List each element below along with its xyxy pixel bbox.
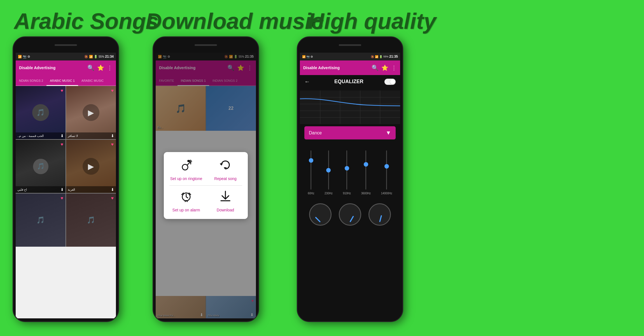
phone1-speaker [55, 44, 77, 46]
eq-toggle-dot [390, 79, 395, 84]
phone2-popup-grid: Set up on ringtone Repeat song [169, 159, 242, 181]
phone1-song-card-5[interactable]: 🎵 ♥ [16, 193, 66, 247]
eq-slider-dot-1 [309, 158, 313, 163]
phone3: 📶 📷 ⚙ 🔕 📶 🔋 55% 21:35 Disable Advertisin… [297, 36, 403, 322]
eq-slider-track-3 [346, 150, 347, 190]
svg-line-1 [187, 162, 191, 165]
phone3-appbar-title: Disable Advertising [303, 66, 369, 70]
eq-header: ← EQUALIZER [300, 75, 400, 88]
phone1-tabs: NDIAN SONGS 2 ARABIC MUSIC 1 ARABIC MUSI… [16, 76, 116, 86]
phone2-screen: 📶 📷 ⚙ 🔕 📶 🔋 55% 21:35 Disable Advertisin… [156, 53, 256, 318]
eq-knob-1[interactable] [309, 203, 332, 226]
eq-knob-2-indicator [349, 216, 354, 222]
phone1-song-title-1: الحب قسمة - من م.. [17, 134, 44, 138]
phone3-signal-icon: 📶 [375, 55, 378, 58]
eq-slider-track-2 [328, 150, 329, 190]
eq-slider-3600hz[interactable]: 3600Hz [361, 150, 371, 195]
eq-preset-selector[interactable]: Dance ▼ [304, 126, 396, 139]
phone1-appbar: Disable Advertising 🔍 ⭐ ⋮ [16, 60, 116, 75]
phone1-screen: 📶 📷 ⚙ 🔕 📶 🔋 55% 21:34 Disable Advertisin… [16, 53, 116, 318]
phone1-heart-6[interactable]: ♥ [111, 196, 114, 200]
phone1-battery-text: 55% [99, 55, 104, 58]
phone3-battery-text: 55% [383, 55, 388, 58]
popup-repeat-item[interactable]: Repeat song [209, 159, 242, 181]
wifi-icon: 📷 [23, 55, 27, 59]
eq-knobs-container [300, 198, 400, 231]
eq-back-button[interactable]: ← [304, 78, 310, 85]
eq-slider-910hz[interactable]: 910Hz [343, 150, 351, 195]
phone1-song-title-3: اح قلبي [17, 188, 27, 192]
popup-download-item[interactable]: Download [209, 190, 242, 212]
phone3-menu-icon[interactable]: ⋮ [391, 64, 397, 71]
eq-slider-60hz[interactable]: 60Hz [308, 150, 314, 195]
phone1-time: 21:34 [105, 55, 114, 59]
eq-slider-14000hz[interactable]: 14000Hz [381, 150, 392, 195]
eq-curve-svg [300, 90, 400, 124]
eq-preset-label: Dance [309, 130, 322, 136]
ringtone-icon [180, 159, 192, 174]
phone1-song-overlay-2: لا تسافر ⬇ [66, 132, 116, 139]
eq-knob-3-indicator [379, 215, 382, 222]
eq-slider-track-5 [386, 150, 387, 190]
phone1-song-title-4: الغربة [68, 188, 75, 192]
repeat-icon [219, 159, 232, 174]
phone1-star-icon[interactable]: ⭐ [97, 64, 104, 71]
phone1-heart-1[interactable]: ♥ [61, 88, 64, 93]
phone3-search-icon[interactable]: 🔍 [372, 64, 379, 71]
eq-knob-2[interactable] [339, 203, 361, 226]
eq-sliders-container: 60Hz 230Hz 910Hz 3600Hz [300, 142, 400, 198]
phone1-song-card-6[interactable]: 🎵 ♥ [66, 193, 116, 247]
svg-point-4 [187, 160, 190, 162]
popup-alarm-label: Set up on alarm [172, 208, 200, 212]
eq-chart [300, 90, 400, 124]
popup-ringtone-label: Set up on ringtone [170, 176, 202, 181]
svg-line-7 [186, 197, 188, 198]
phone1-menu-icon[interactable]: ⋮ [107, 64, 113, 71]
popup-alarm-item[interactable]: Set up on alarm [169, 190, 203, 212]
phone1-search-icon[interactable]: 🔍 [87, 64, 94, 71]
popup-divider [169, 185, 242, 186]
phone1-song-card-2[interactable]: ▶ ♥ لا تسافر ⬇ [66, 86, 116, 139]
phone3-speaker [339, 44, 361, 46]
eq-slider-230hz[interactable]: 230Hz [325, 150, 333, 195]
eq-title: EQUALIZER [313, 79, 384, 85]
eq-freq-label-4: 3600Hz [361, 192, 371, 195]
phone1-top-bar [13, 37, 118, 53]
phone1-song-overlay-4: الغربة ⬇ [66, 186, 116, 193]
popup-ringtone-item[interactable]: Set up on ringtone [169, 159, 203, 181]
eq-knob-3[interactable] [368, 203, 391, 226]
eq-preset-arrow-icon: ▼ [386, 130, 391, 136]
phone1-tab-arabic2[interactable]: ARABIC MUSIC [78, 76, 107, 85]
phone3-mute-icon: 🔕 [371, 55, 374, 58]
phone3-battery-icon: 🔋 [379, 55, 382, 58]
phone3-top-bar [298, 37, 402, 53]
phone1-right-icons: 🔕 📶 🔋 55% 21:34 [84, 55, 114, 59]
phone2-popup-grid-2: Set up on alarm Download [169, 190, 242, 212]
phone1-download-1[interactable]: ⬇ [60, 134, 64, 138]
phone1-song-card-3[interactable]: 🎵 ♥ اح قلبي ⬇ [16, 140, 66, 193]
eq-freq-label-5: 14000Hz [381, 192, 392, 195]
phone3-time: 21:35 [389, 55, 398, 59]
phone1-download-2[interactable]: ⬇ [111, 134, 114, 138]
phone1-download-3[interactable]: ⬇ [60, 187, 64, 192]
download-icon [219, 190, 232, 205]
phone1-tab-arabic1[interactable]: ARABIC MUSIC 1 [46, 76, 78, 86]
phone1-song-card-1[interactable]: 🎵 ♥ الحب قسمة - من م.. ⬇ [16, 86, 66, 139]
phone1-tab-songs2[interactable]: NDIAN SONGS 2 [16, 76, 46, 85]
phone3-screen: 📶 📷 ⚙ 🔕 📶 🔋 55% 21:35 Disable Advertisin… [300, 53, 400, 322]
phone1-status-bar: 📶 📷 ⚙ 🔕 📶 🔋 55% 21:34 [16, 53, 116, 60]
phone3-star-icon[interactable]: ⭐ [381, 64, 388, 71]
phone1-appbar-title: Disable Advertising [19, 66, 85, 70]
eq-freq-label-3: 910Hz [343, 192, 351, 195]
phone1-heart-3[interactable]: ♥ [61, 142, 64, 147]
phone1-heart-5[interactable]: ♥ [61, 196, 64, 200]
svg-point-0 [182, 164, 188, 170]
phone2-top-bar [153, 37, 258, 53]
eq-toggle[interactable] [384, 79, 396, 85]
phone1-heart-2[interactable]: ♥ [111, 88, 114, 93]
phone3-status-bar: 📶 📷 ⚙ 🔕 📶 🔋 55% 21:35 [300, 53, 400, 60]
phone1-song-card-4[interactable]: ▶ ♥ الغربة ⬇ [66, 140, 116, 193]
phone1-download-4[interactable]: ⬇ [111, 187, 114, 192]
phone1-heart-4[interactable]: ♥ [111, 142, 114, 147]
phone1-song-overlay-3: اح قلبي ⬇ [16, 186, 66, 193]
